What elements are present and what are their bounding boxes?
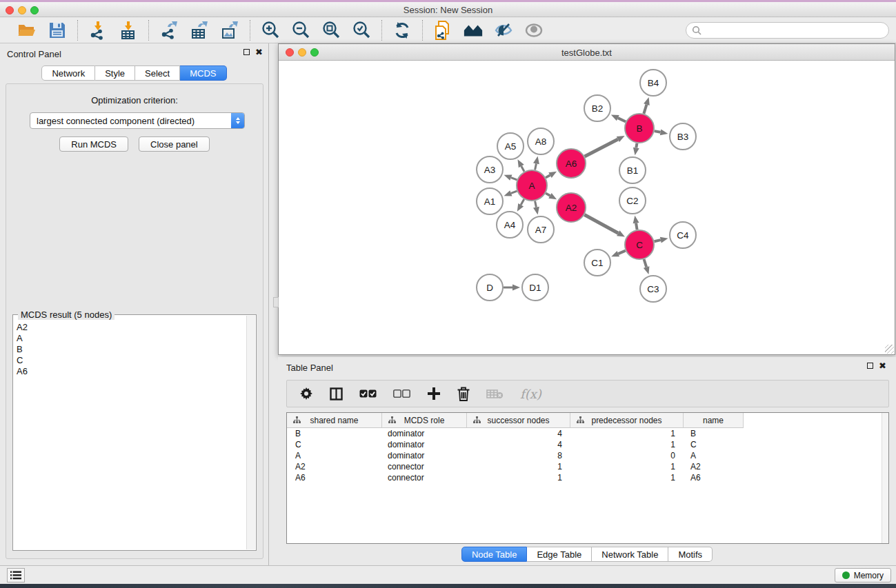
tab-network-table[interactable]: Network Table [592, 547, 668, 562]
close-table-panel-icon[interactable]: ✖ [879, 363, 886, 369]
arrowhead-icon [533, 156, 539, 165]
main-toolbar [0, 17, 896, 43]
select-all-icon[interactable] [359, 389, 377, 398]
table-cell: C [287, 439, 382, 450]
tab-select[interactable]: Select [135, 65, 180, 81]
splitter-handle[interactable] [273, 297, 279, 307]
column-header-MCDS-role[interactable]: MCDS role [382, 413, 467, 427]
import-table-icon[interactable] [118, 20, 139, 41]
tab-edge-table[interactable]: Edge Table [527, 547, 592, 562]
edge-C-C4[interactable] [654, 240, 660, 241]
result-item[interactable]: A6 [17, 366, 243, 377]
add-icon[interactable] [427, 387, 441, 401]
zoom-out-icon[interactable] [290, 20, 311, 41]
task-history-button[interactable] [7, 568, 25, 582]
result-item[interactable]: C [17, 355, 243, 366]
edge-A-A3[interactable] [511, 178, 517, 180]
edge-A-A1[interactable] [511, 191, 517, 193]
search-field[interactable] [686, 22, 889, 39]
tab-style[interactable]: Style [95, 65, 135, 81]
export-table-icon[interactable] [189, 20, 210, 41]
edge-C-C2[interactable] [636, 223, 637, 230]
column-header-name[interactable]: name [684, 413, 744, 427]
edge-A6-B[interactable] [585, 139, 618, 156]
resize-grip-icon[interactable] [885, 345, 894, 354]
column-header-shared-name[interactable]: shared name [287, 413, 382, 427]
arrowhead-icon [660, 129, 668, 135]
table-row[interactable]: A6connector11A6 [287, 472, 882, 483]
edge-A-A6[interactable] [546, 175, 550, 178]
deselect-all-icon[interactable] [393, 389, 410, 398]
tab-mcds[interactable]: MCDS [180, 65, 226, 81]
result-scrollbar[interactable] [246, 316, 255, 549]
column-header-predecessor-nodes[interactable]: predecessor nodes [570, 413, 684, 427]
result-item[interactable]: A2 [17, 322, 243, 333]
gear-icon[interactable] [299, 387, 313, 401]
close-panel-button[interactable]: Close panel [139, 136, 210, 152]
edge-B-B2[interactable] [618, 118, 626, 121]
export-network-icon[interactable] [159, 20, 179, 41]
show-details-icon[interactable] [524, 20, 544, 41]
edge-A-A2[interactable] [546, 193, 550, 196]
memory-button[interactable]: Memory [835, 568, 891, 582]
open-file-icon[interactable] [17, 20, 37, 41]
edge-A-A5[interactable] [521, 166, 524, 172]
table-row[interactable]: Adominator80A [287, 450, 882, 461]
memory-label: Memory [854, 571, 884, 580]
first-neighbors-icon[interactable] [463, 20, 484, 41]
edge-C-C1[interactable] [618, 251, 625, 254]
arrowhead-icon [633, 216, 639, 224]
network-canvas[interactable]: AA1A2A3A4A5A6A7A8BB1B2B3B4CC1C2C3C4DD1 [279, 61, 895, 354]
columns-icon[interactable] [330, 387, 343, 401]
column-type-icon [473, 416, 481, 424]
edge-B-B1[interactable] [636, 143, 637, 148]
result-item[interactable]: B [17, 344, 243, 355]
close-panel-icon[interactable]: ✖ [255, 49, 263, 55]
edge-A-A4[interactable] [521, 199, 524, 205]
hide-details-icon[interactable] [493, 20, 514, 41]
network-window-titlebar[interactable]: testGlobe.txt [279, 44, 895, 61]
edge-A-A7[interactable] [535, 201, 537, 207]
tab-network[interactable]: Network [41, 65, 95, 81]
delete-icon[interactable] [457, 387, 470, 401]
delete-table-icon[interactable] [486, 389, 504, 399]
refresh-icon[interactable] [392, 20, 412, 41]
edge-A2-C[interactable] [584, 215, 618, 234]
column-header-successor-nodes[interactable]: successor nodes [467, 413, 570, 427]
edge-B-B4[interactable] [644, 105, 646, 114]
table-scrollbar[interactable] [882, 413, 888, 543]
table-row[interactable]: A2connector11A2 [287, 461, 882, 472]
arrowhead-icon [660, 237, 668, 243]
edge-B-B3[interactable] [655, 131, 661, 132]
edge-C-C3[interactable] [644, 259, 647, 267]
arrowhead-icon [504, 190, 512, 196]
table-row[interactable]: Bdominator41B [287, 428, 882, 439]
network-graph[interactable]: AA1A2A3A4A5A6A7A8BB1B2B3B4CC1C2C3C4DD1 [279, 61, 895, 354]
node-label-B4: B4 [648, 78, 659, 88]
float-table-panel-icon[interactable] [867, 363, 873, 369]
table-cell: 1 [570, 472, 684, 483]
zoom-selected-icon[interactable] [351, 20, 372, 41]
optimization-criterion-dropdown[interactable]: largest connected component (directed) [30, 112, 245, 129]
run-mcds-button[interactable]: Run MCDS [59, 136, 128, 152]
zoom-fit-icon[interactable] [321, 20, 341, 41]
float-panel-icon[interactable] [243, 49, 250, 55]
table-tabs: Node TableEdge TableNetwork TableMotifs [278, 547, 896, 562]
import-network-icon[interactable] [88, 20, 108, 41]
mcds-result-list[interactable]: A2ABCA6 [14, 321, 246, 549]
mcds-result-box: MCDS result (5 nodes) A2ABCA6 [12, 314, 257, 551]
zoom-in-icon[interactable] [260, 20, 281, 41]
tab-motifs[interactable]: Motifs [668, 547, 713, 562]
result-item[interactable]: A [17, 333, 243, 344]
network-window-title: testGlobe.txt [279, 48, 895, 58]
arrowhead-icon [633, 148, 639, 156]
duplicate-network-icon[interactable] [432, 20, 453, 41]
table-row[interactable]: Cdominator41C [287, 439, 882, 450]
function-builder-icon[interactable]: f(x) [520, 387, 541, 401]
edge-A-A8[interactable] [535, 163, 537, 170]
node-label-B: B [636, 123, 642, 134]
export-image-icon[interactable] [219, 20, 240, 41]
save-session-icon[interactable] [47, 20, 68, 41]
search-input[interactable] [702, 23, 888, 37]
tab-node-table[interactable]: Node Table [461, 547, 528, 562]
